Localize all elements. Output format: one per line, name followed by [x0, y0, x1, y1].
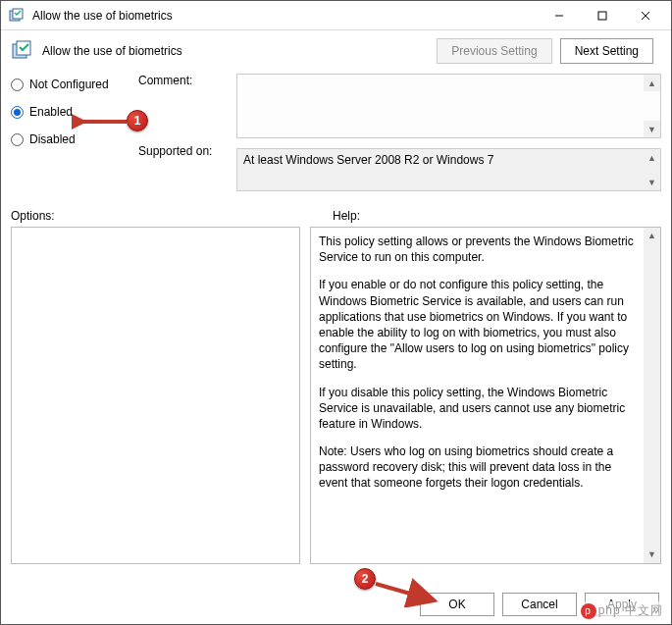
window-buttons [538, 2, 667, 29]
scroll-up-icon[interactable]: ▲ [644, 228, 660, 244]
config-area: Not Configured Enabled Disabled Comment:… [1, 70, 671, 193]
radio-group: Not Configured Enabled Disabled [11, 74, 138, 191]
options-label: Options: [11, 209, 303, 223]
maximize-button[interactable] [581, 2, 624, 29]
radio-not-configured[interactable]: Not Configured [11, 78, 138, 91]
window-title: Allow the use of biometrics [32, 9, 538, 23]
help-paragraph: If you disable this policy setting, the … [319, 385, 639, 433]
help-scrollbar[interactable]: ▲ ▼ [644, 228, 660, 563]
policy-editor-window: Allow the use of biometrics Allow the us… [0, 0, 672, 625]
field-column: ▲ ▼ At least Windows Server 2008 R2 or W… [236, 74, 661, 191]
scroll-down-icon[interactable]: ▼ [644, 174, 660, 190]
panes: This policy setting allows or prevents t… [1, 227, 671, 564]
annotation-arrow-1 [72, 112, 129, 131]
annotation-badge-1: 1 [127, 110, 148, 131]
scroll-down-icon[interactable]: ▼ [644, 547, 660, 563]
options-pane[interactable] [11, 227, 300, 564]
help-label: Help: [333, 209, 661, 223]
help-pane[interactable]: This policy setting allows or prevents t… [310, 227, 661, 564]
scroll-up-icon[interactable]: ▲ [644, 149, 660, 166]
radio-not-configured-indicator [11, 78, 24, 91]
scroll-down-icon[interactable]: ▼ [644, 121, 660, 137]
svg-line-9 [376, 584, 431, 599]
scroll-up-icon[interactable]: ▲ [644, 75, 660, 91]
previous-setting-button[interactable]: Previous Setting [437, 38, 551, 64]
comment-input[interactable]: ▲ ▼ [236, 74, 661, 138]
next-setting-button[interactable]: Next Setting [560, 38, 653, 64]
cancel-button[interactable]: Cancel [502, 593, 577, 616]
watermark: pphp 中文网 [577, 601, 667, 620]
help-paragraph: This policy setting allows or prevents t… [319, 234, 639, 265]
minimize-button[interactable] [538, 2, 581, 29]
label-column: Comment: Supported on: [138, 74, 236, 191]
section-labels: Options: Help: [1, 193, 671, 227]
supported-on-label: Supported on: [138, 144, 236, 158]
header-row: Allow the use of biometrics Previous Set… [1, 30, 671, 70]
supported-scrollbar[interactable]: ▲ ▼ [644, 149, 660, 190]
radio-disabled-label: Disabled [29, 132, 76, 146]
annotation-badge-2: 2 [354, 568, 376, 590]
help-paragraph: If you enable or do not configure this p… [319, 277, 639, 372]
supported-on-box: At least Windows Server 2008 R2 or Windo… [236, 148, 661, 191]
header-title: Allow the use of biometrics [42, 44, 437, 58]
radio-enabled-indicator [11, 106, 24, 119]
help-paragraph: Note: Users who log on using biometrics … [319, 443, 639, 492]
radio-disabled-indicator [11, 133, 24, 146]
radio-enabled-label: Enabled [29, 105, 73, 119]
comment-label: Comment: [138, 74, 236, 87]
app-icon [9, 8, 25, 24]
supported-on-value: At least Windows Server 2008 R2 or Windo… [243, 153, 493, 167]
annotation-arrow-2 [372, 578, 440, 607]
radio-disabled[interactable]: Disabled [11, 132, 138, 146]
radio-not-configured-label: Not Configured [29, 78, 109, 91]
titlebar: Allow the use of biometrics [1, 1, 671, 30]
close-button[interactable] [624, 2, 667, 29]
nav-buttons: Previous Setting Next Setting [437, 38, 653, 64]
svg-rect-3 [598, 12, 606, 20]
comment-scrollbar[interactable]: ▲ ▼ [644, 75, 660, 137]
policy-icon [11, 39, 34, 63]
